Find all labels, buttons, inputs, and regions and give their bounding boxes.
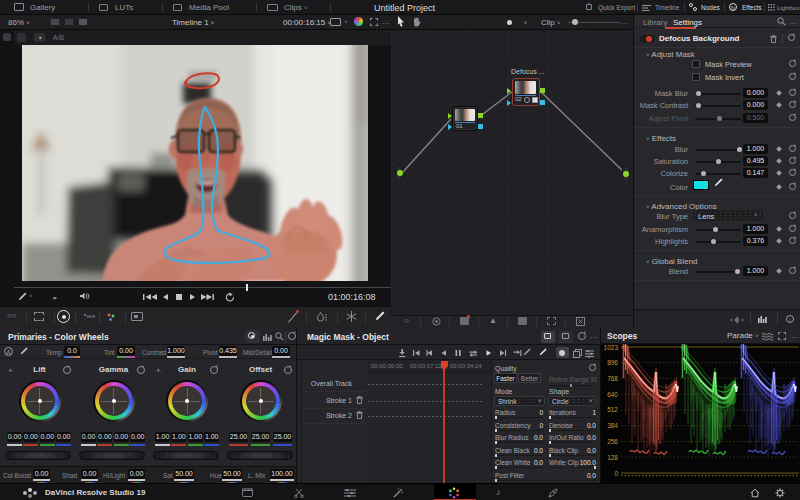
svg-text:640: 640 <box>607 391 618 398</box>
svg-text:1023: 1023 <box>604 344 619 351</box>
svg-text:512: 512 <box>607 406 618 413</box>
svg-text:384: 384 <box>607 422 618 429</box>
svg-text:896: 896 <box>607 359 618 366</box>
svg-text:0: 0 <box>614 470 618 477</box>
svg-text:768: 768 <box>607 375 618 382</box>
svg-text:256: 256 <box>607 438 618 445</box>
svg-text:128: 128 <box>607 454 618 461</box>
